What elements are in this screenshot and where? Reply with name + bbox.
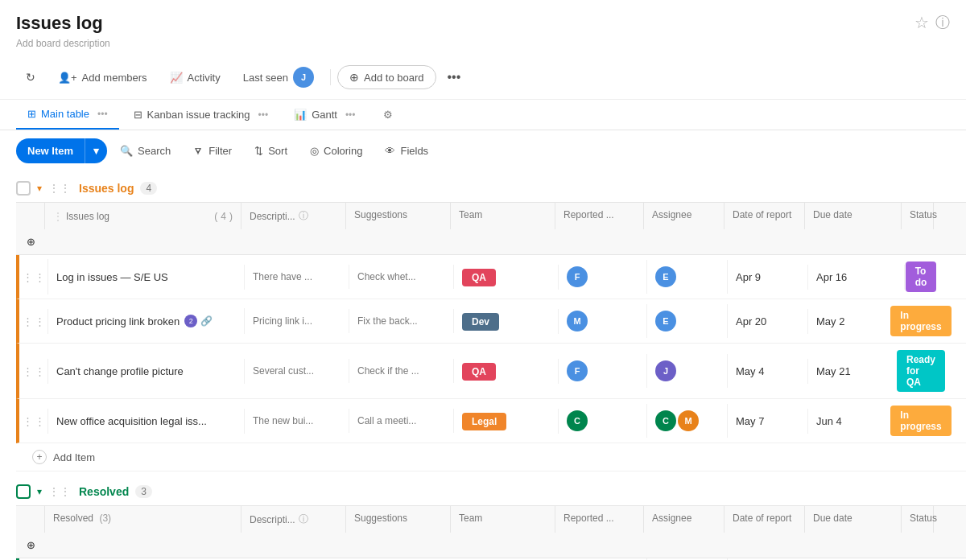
page-subtitle[interactable]: Add board description xyxy=(16,38,110,49)
group-drag-issues[interactable]: ⋮⋮ xyxy=(48,182,71,195)
row-title-2[interactable]: Product pricing link broken 2 🔗 xyxy=(48,308,245,334)
row-title-4[interactable]: New office acquisition legal iss... xyxy=(48,409,245,434)
toolbar-separator xyxy=(330,69,331,85)
refresh-icon: ↻ xyxy=(26,71,35,84)
main-content: ▾ ⋮⋮ Issues log 4 ⋮ Issues log (4) Descr… xyxy=(0,171,966,560)
group-drag-resolved[interactable]: ⋮⋮ xyxy=(48,485,71,498)
row-drag-icon[interactable]: ⋮ xyxy=(23,315,33,327)
row-title-1[interactable]: Log in issues — S/E US xyxy=(48,265,245,290)
issues-group-header: ▾ ⋮⋮ Issues log 4 xyxy=(0,175,966,202)
row-title-3[interactable]: Can't change profile picture xyxy=(48,359,245,384)
row-date-report-2: Apr 20 xyxy=(728,309,808,334)
row-more-icon[interactable]: ⋮ xyxy=(35,315,45,327)
tab-kanban[interactable]: ⊟ Kanban issue tracking ••• xyxy=(122,101,280,129)
add-column-icon[interactable]: ⊕ xyxy=(27,236,35,248)
row-desc-4: The new bui... xyxy=(245,409,349,433)
row-date-report-3: May 4 xyxy=(728,359,808,384)
description-info-icon[interactable]: ⓘ xyxy=(299,209,308,223)
avatar: J xyxy=(293,67,314,88)
link-icon: 🔗 xyxy=(200,315,213,327)
resolved-group-header: ▾ ⋮⋮ Resolved 3 xyxy=(0,478,966,505)
search-icon: 🔍 xyxy=(120,145,133,157)
col-header-add[interactable]: ⊕ xyxy=(16,229,45,254)
tab-kanban-more-icon[interactable]: ••• xyxy=(258,109,269,121)
row-more-icon[interactable]: ⋮ xyxy=(35,365,45,377)
row-drag-icon[interactable]: ⋮ xyxy=(23,271,33,283)
row-assignee-4: C M xyxy=(647,404,728,438)
fields-icon: 👁 xyxy=(385,145,395,157)
star-button[interactable]: ☆ xyxy=(914,13,929,32)
activity-button[interactable]: 📈 Activity xyxy=(160,67,230,89)
sort-button[interactable]: ⇅ Sort xyxy=(245,139,297,163)
refresh-button[interactable]: ↻ xyxy=(16,66,45,89)
col-header-resolved-sugg: Suggestions xyxy=(346,506,451,533)
row-sugg-4: Call a meeti... xyxy=(349,409,454,433)
row-drag-icon[interactable]: ⋮ xyxy=(23,415,33,427)
row-actions-1: ⋮ ⋮ xyxy=(19,259,48,294)
row-sugg-3: Check if the ... xyxy=(349,359,454,383)
activity-icon: 📈 xyxy=(170,72,183,84)
tab-main-table[interactable]: ⊞ Main table ••• xyxy=(16,100,119,130)
row-reporter-2: M xyxy=(559,304,647,338)
group-title-resolved: Resolved xyxy=(79,485,129,498)
group-checkbox-resolved[interactable] xyxy=(16,484,31,499)
group-toggle-issues[interactable]: ▾ xyxy=(37,183,42,194)
table-icon: ⊞ xyxy=(27,108,36,120)
col-header-resolved-add[interactable]: ⊕ xyxy=(16,533,45,558)
col-header-resolved-reported: Reported ... xyxy=(555,506,644,533)
settings-button[interactable]: ⚙ xyxy=(377,102,399,127)
resolved-desc-info-icon[interactable]: ⓘ xyxy=(299,513,308,526)
group-checkbox-issues[interactable] xyxy=(16,181,31,196)
tab-gantt-more-icon[interactable]: ••• xyxy=(345,109,356,121)
col-header-resolved-team: Team xyxy=(451,506,555,533)
row-desc-1: There have ... xyxy=(245,265,349,289)
search-button[interactable]: 🔍 Search xyxy=(110,139,180,163)
row-desc-2: Pricing link i... xyxy=(245,309,349,333)
col-headers-resolved: Resolved (3) Descripti... ⓘ Suggestions … xyxy=(16,505,966,558)
group-count-resolved: 3 xyxy=(135,485,152,498)
more-options-button[interactable]: ••• xyxy=(440,65,469,89)
filter-button[interactable]: ⛛ Filter xyxy=(184,139,242,163)
col-headers-issues: ⋮ Issues log (4) Descripti... ⓘ Suggesti… xyxy=(16,202,966,255)
col-header-resolved-assignee: Assignee xyxy=(644,506,724,533)
tab-gantt[interactable]: 📊 Gantt ••• xyxy=(283,101,366,129)
row-desc-3: Several cust... xyxy=(245,359,349,383)
row-status-3: Ready for QA xyxy=(905,344,937,398)
row-more-icon[interactable]: ⋮ xyxy=(35,415,45,427)
col-header-date-report: Date of report xyxy=(724,203,805,229)
col-header-title: ⋮ Issues log (4) xyxy=(45,203,242,229)
new-item-button[interactable]: New Item ▾ xyxy=(16,138,107,163)
col-header-suggestions: Suggestions xyxy=(346,203,451,229)
col-header-team: Team xyxy=(451,203,555,229)
new-item-dropdown-icon[interactable]: ▾ xyxy=(85,138,107,163)
coloring-button[interactable]: ◎ Coloring xyxy=(300,139,372,163)
row-actions-3: ⋮ ⋮ xyxy=(19,359,48,384)
row-team-4: Legal xyxy=(454,409,559,434)
add-members-button[interactable]: 👤+ Add members xyxy=(48,67,157,89)
add-item-issues[interactable]: + Add Item xyxy=(16,443,966,471)
row-reporter-3: F xyxy=(559,354,647,388)
row-drag-icon[interactable]: ⋮ xyxy=(23,365,33,377)
row-assignee-2: E xyxy=(647,304,728,338)
row-sugg-1: Check whet... xyxy=(349,265,454,289)
col-header-resolved-desc: Descripti... ⓘ xyxy=(242,506,346,533)
info-button[interactable]: ⓘ xyxy=(935,13,950,32)
row-team-1: QA xyxy=(454,265,559,290)
col-header-status: Status xyxy=(902,203,934,229)
fields-button[interactable]: 👁 Fields xyxy=(375,139,438,163)
filter-icon: ⛛ xyxy=(193,145,204,157)
top-toolbar: ↻ 👤+ Add members 📈 Activity Last seen J … xyxy=(0,56,966,100)
sort-icon: ⇅ xyxy=(254,145,263,157)
issues-group: ▾ ⋮⋮ Issues log 4 ⋮ Issues log (4) Descr… xyxy=(0,175,966,471)
row-status-1: To do xyxy=(905,255,937,299)
add-to-board-button[interactable]: ⊕ Add to board xyxy=(337,65,436,89)
row-more-icon[interactable]: ⋮ xyxy=(35,271,45,283)
last-seen-button[interactable]: Last seen J xyxy=(233,62,324,93)
tab-more-icon[interactable]: ••• xyxy=(97,109,108,120)
col-header-reported: Reported ... xyxy=(555,203,644,229)
table-row: ⋮ ⋮ Product pricing link broken 2 🔗 Pric… xyxy=(16,299,966,344)
group-toggle-resolved[interactable]: ▾ xyxy=(37,486,42,497)
page-title: Issues log xyxy=(16,13,950,34)
row-actions-2: ⋮ ⋮ xyxy=(19,309,48,334)
col-header-due-date: Due date xyxy=(805,203,902,229)
